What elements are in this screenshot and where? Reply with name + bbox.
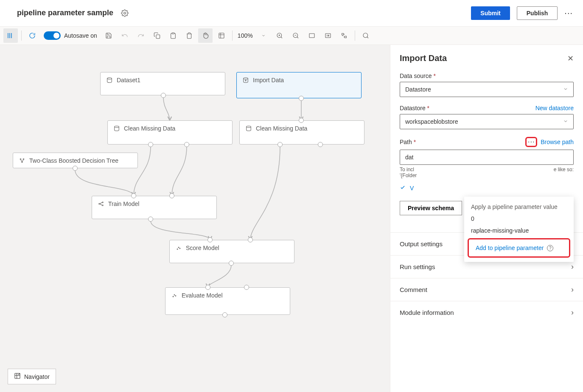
node-dataset1[interactable]: Dataset1	[100, 72, 225, 95]
data-source-value: Datastore	[405, 86, 431, 93]
import-icon	[243, 77, 249, 84]
clean-icon	[246, 125, 252, 133]
zoom-dropdown-icon[interactable]	[256, 28, 271, 43]
svg-point-21	[179, 248, 180, 249]
new-datastore-link[interactable]: New datastore	[535, 105, 574, 111]
zoom-out-icon[interactable]	[289, 28, 303, 43]
fit-screen-icon[interactable]	[305, 28, 319, 43]
score-icon	[176, 245, 182, 252]
port[interactable]	[205, 285, 210, 290]
node-label: Train Model	[108, 200, 139, 207]
validated-row: V	[400, 184, 574, 192]
browse-path-link[interactable]: Browse path	[541, 139, 574, 145]
port[interactable]	[73, 166, 78, 171]
datastore-select[interactable]: workspaceblobstore	[400, 114, 574, 129]
submit-button[interactable]: Submit	[471, 6, 510, 20]
node-label: Score Model	[186, 245, 219, 251]
more-icon[interactable]: ···	[564, 8, 573, 18]
sidebar-toggle-icon[interactable]	[3, 28, 18, 43]
autosave-label: Autosave on	[64, 32, 97, 39]
port[interactable]	[248, 237, 253, 242]
page-title: pipeline parameter sample	[17, 8, 113, 17]
popover-option-replace[interactable]: raplace-missing-value	[464, 225, 574, 236]
datastore-value: workspaceblobstore	[405, 118, 458, 125]
port[interactable]	[299, 118, 304, 123]
svg-point-13	[20, 158, 21, 159]
select-icon[interactable]	[214, 28, 229, 43]
chevron-right-icon: ›	[571, 285, 574, 294]
add-to-pipeline-parameter-link[interactable]: Add to pipeline parameter ?	[469, 239, 569, 256]
pan-icon[interactable]	[198, 28, 213, 43]
section-label: Output settings	[400, 240, 443, 247]
navigator-label: Navigator	[24, 373, 50, 380]
evaluate-icon	[171, 292, 177, 300]
data-source-select[interactable]: Datastore	[400, 82, 574, 97]
svg-point-17	[102, 202, 103, 203]
port[interactable]	[244, 285, 249, 290]
svg-point-16	[99, 203, 100, 204]
comment-section[interactable]: Comment ›	[390, 278, 583, 301]
save-icon[interactable]	[101, 28, 116, 43]
add-link-label: Add to pipeline parameter	[476, 245, 544, 251]
actual-size-icon[interactable]	[321, 28, 335, 43]
svg-point-10	[244, 78, 248, 79]
svg-point-14	[23, 158, 24, 159]
auto-layout-icon[interactable]	[337, 28, 351, 43]
port[interactable]	[131, 193, 136, 198]
port[interactable]	[229, 261, 234, 266]
svg-point-12	[247, 126, 251, 128]
svg-point-20	[178, 247, 179, 248]
path-hint-2: '{Folder	[400, 172, 574, 178]
redo-icon[interactable]	[134, 28, 148, 43]
node-train-model[interactable]: Train Model	[92, 196, 217, 219]
node-import-data[interactable]: Import Data	[236, 72, 362, 98]
train-icon	[98, 201, 104, 208]
zoom-in-icon[interactable]	[272, 28, 287, 43]
popover-header: Apply a pipeline parameter value	[464, 201, 574, 213]
header-left: pipeline parameter sample	[17, 8, 129, 17]
navigator-button[interactable]: Navigator	[8, 369, 56, 384]
port[interactable]	[299, 96, 304, 101]
copy-icon[interactable]	[150, 28, 164, 43]
port[interactable]	[148, 217, 153, 222]
chevron-right-icon: ›	[571, 308, 574, 317]
search-icon[interactable]	[359, 28, 373, 43]
close-icon[interactable]: ✕	[567, 54, 574, 63]
popover-option-0[interactable]: 0	[464, 213, 574, 225]
module-information-section[interactable]: Module information ›	[390, 301, 583, 324]
undo-icon[interactable]	[118, 28, 132, 43]
port[interactable]	[318, 142, 323, 147]
chevron-down-icon	[563, 86, 568, 93]
preview-schema-button[interactable]: Preview schema	[400, 201, 462, 215]
node-clean-missing-2[interactable]: Clean Missing Data	[239, 120, 364, 145]
autosave-toggle[interactable]	[44, 31, 61, 40]
node-clean-missing-1[interactable]: Clean Missing Data	[107, 120, 233, 145]
paste-icon[interactable]	[166, 28, 180, 43]
refresh-icon[interactable]	[25, 28, 39, 43]
svg-point-15	[22, 161, 22, 162]
port[interactable]	[277, 142, 283, 147]
delete-icon[interactable]	[182, 28, 196, 43]
datastore-label-row: Datastore * New datastore	[400, 105, 574, 111]
path-options-button[interactable]: ···	[525, 137, 537, 147]
port[interactable]	[169, 193, 174, 198]
publish-button[interactable]: Publish	[517, 6, 558, 20]
gear-icon[interactable]	[121, 9, 129, 17]
port[interactable]	[207, 237, 213, 242]
path-input[interactable]: dat	[400, 150, 574, 165]
port[interactable]	[222, 312, 227, 317]
port[interactable]	[184, 142, 189, 147]
dataset-icon	[107, 77, 112, 84]
node-evaluate-model[interactable]: Evaluate Model	[165, 287, 290, 315]
svg-point-0	[124, 12, 126, 14]
port[interactable]	[161, 93, 166, 98]
node-label: Clean Missing Data	[124, 125, 175, 132]
chevron-down-icon	[563, 118, 568, 125]
panel-title: Import Data	[400, 53, 447, 63]
path-hint-1: To incl e like so:	[400, 167, 574, 172]
chevron-right-icon: ›	[571, 262, 574, 271]
canvas[interactable]: Dataset1 Import Data Clean Missing Data …	[0, 45, 390, 392]
node-score-model[interactable]: Score Model	[169, 240, 294, 263]
port[interactable]	[148, 142, 153, 147]
svg-point-18	[102, 205, 103, 206]
